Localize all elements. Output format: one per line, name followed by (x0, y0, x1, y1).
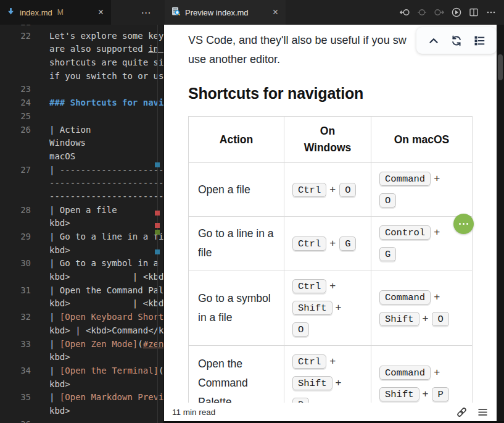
more-actions-icon[interactable] (485, 7, 497, 18)
editor-row[interactable]: kbd> (0, 404, 163, 418)
code-text: | Go to a line in a fil (49, 230, 163, 244)
table-of-contents-icon[interactable] (474, 35, 486, 47)
editor-row[interactable]: 21 (0, 25, 163, 30)
navigate-last-edit-icon[interactable] (416, 7, 428, 18)
editor-code-rows: 2122Let's explore some keybare also supp… (0, 25, 163, 423)
kbd-key: O (339, 183, 356, 197)
code-text: kbd> | <kbd (49, 270, 163, 284)
code-text: kbd> (49, 217, 163, 230)
editor-row[interactable]: 35| [Open Markdown Previe (0, 391, 163, 404)
code-text: macOS (49, 150, 163, 164)
change-marker (155, 223, 160, 228)
plus-separator: + (423, 312, 429, 324)
editor-row[interactable]: 34| [Open the Terminal]( (0, 364, 163, 378)
preview-scrollbar-track[interactable] (497, 25, 504, 421)
code-text: kbd> | <kbd (49, 297, 163, 311)
line-number (0, 297, 31, 311)
line-number: 28 (0, 204, 31, 217)
table-row: Open the Command PaletteCtrl+Shift+PComm… (189, 346, 473, 403)
editor-row[interactable]: 27| --------------------- (0, 164, 163, 177)
kbd-key: Command (379, 172, 431, 186)
editor-row[interactable]: Windows (0, 136, 163, 150)
code-text: ----------------------- (49, 190, 163, 204)
tab-bar-right-group: Preview index.md × (163, 0, 504, 25)
editor-row[interactable]: 22Let's explore some keyb (0, 30, 163, 43)
kbd-key: Control (379, 225, 431, 240)
menu-icon[interactable] (477, 406, 489, 418)
tab-filename: Preview index.md (185, 8, 249, 17)
editor-row[interactable]: 31| Open the Command Pale (0, 284, 163, 298)
line-number (0, 56, 31, 70)
editor-row[interactable]: 24### Shortcuts for navig (0, 96, 163, 110)
refresh-icon[interactable] (450, 35, 463, 47)
split-editor-icon[interactable] (468, 7, 479, 18)
line-number (0, 177, 31, 190)
kbd-key: G (379, 247, 396, 261)
kbd-key: Shift (292, 301, 333, 315)
line-number (0, 378, 31, 392)
editor-row[interactable]: ----------------------- (0, 177, 163, 190)
code-text: ### Shortcuts for navig (49, 96, 163, 110)
editor-row[interactable]: kbd> | <kbd (0, 297, 163, 311)
line-number: 35 (0, 391, 31, 404)
editor-row[interactable]: shortcuts are quite sim (0, 56, 163, 70)
code-text: shortcuts are quite sim (49, 56, 163, 70)
editor-row[interactable]: 23 (0, 83, 163, 96)
editor-row[interactable]: kbd> (0, 351, 163, 364)
editor-row[interactable]: 36 (0, 418, 163, 423)
tab-index-md[interactable]: index.md M × (0, 0, 111, 25)
dot (459, 223, 461, 225)
close-icon[interactable]: × (271, 7, 279, 17)
kbd-key: Shift (379, 387, 419, 401)
editor-row[interactable]: ----------------------- (0, 190, 163, 204)
code-text: | [Open the Terminal]( (49, 364, 163, 378)
editor-row[interactable]: 33| [Open Zen Mode](#zen (0, 338, 163, 351)
markdown-source-editor[interactable]: 2122Let's explore some keybare also supp… (0, 25, 163, 423)
code-text: | [Open Zen Mode](#zen (49, 338, 163, 351)
editor-row[interactable]: 30| Go to a symbol in a f (0, 257, 163, 270)
run-section-icon[interactable] (451, 7, 462, 18)
code-text: | [Open Keyboard Short (49, 311, 163, 324)
line-number: 32 (0, 311, 31, 324)
line-number: 33 (0, 338, 31, 351)
editor-row[interactable]: kbd> (0, 244, 163, 258)
dot (463, 223, 465, 225)
editor-row[interactable]: macOS (0, 150, 163, 164)
code-text (49, 83, 163, 96)
editor-row[interactable]: kbd> | <kbd (0, 270, 163, 284)
markdown-preview-pane: VS Code, and they'll also be useful if y… (164, 25, 497, 421)
editor-row[interactable]: 32| [Open Keyboard Short (0, 311, 163, 324)
editor-row[interactable]: kbd> | <kbd>Command</kb (0, 324, 163, 338)
shortcut-cell: Command+Shift+O (371, 270, 473, 346)
tab-overflow-button[interactable]: ⋯ (136, 0, 157, 25)
navigate-forward-icon[interactable] (434, 7, 445, 18)
scrollbar-thumb[interactable] (498, 54, 503, 80)
link-icon[interactable] (456, 406, 468, 418)
plus-separator: + (329, 355, 336, 367)
editor-row[interactable]: 26| Action (0, 124, 163, 137)
editor-row[interactable]: are also supported in V (0, 43, 163, 56)
editor-row[interactable]: 29| Go to a line in a fil (0, 230, 163, 244)
assistant-fab-button[interactable] (453, 214, 474, 234)
editor-row[interactable]: if you switch to or use (0, 70, 163, 83)
table-header-cell: OnWindows (284, 117, 371, 163)
action-cell: Go to a line in a file (189, 217, 284, 270)
collapse-up-icon[interactable] (428, 35, 440, 47)
navigate-back-icon[interactable] (399, 7, 410, 18)
tab-preview-index-md[interactable]: Preview index.md × (165, 0, 286, 25)
code-text: | [Open Markdown Previe (49, 391, 163, 404)
editor-row[interactable]: kbd> (0, 378, 163, 392)
editor-row[interactable]: 28| Open a file (0, 204, 163, 217)
line-number (0, 404, 31, 418)
editor-row[interactable]: 25 (0, 110, 163, 124)
kbd-key: Ctrl (292, 183, 326, 197)
code-text: Windows (49, 136, 163, 150)
line-number: 36 (0, 418, 31, 423)
close-icon[interactable]: × (97, 7, 105, 17)
read-time-label: 11 min read (172, 408, 215, 417)
kbd-key: O (379, 193, 396, 207)
shortcut-cell: Ctrl+O (284, 163, 371, 217)
change-marker (155, 249, 160, 254)
editor-row[interactable]: kbd> (0, 217, 163, 230)
line-number (0, 43, 31, 56)
